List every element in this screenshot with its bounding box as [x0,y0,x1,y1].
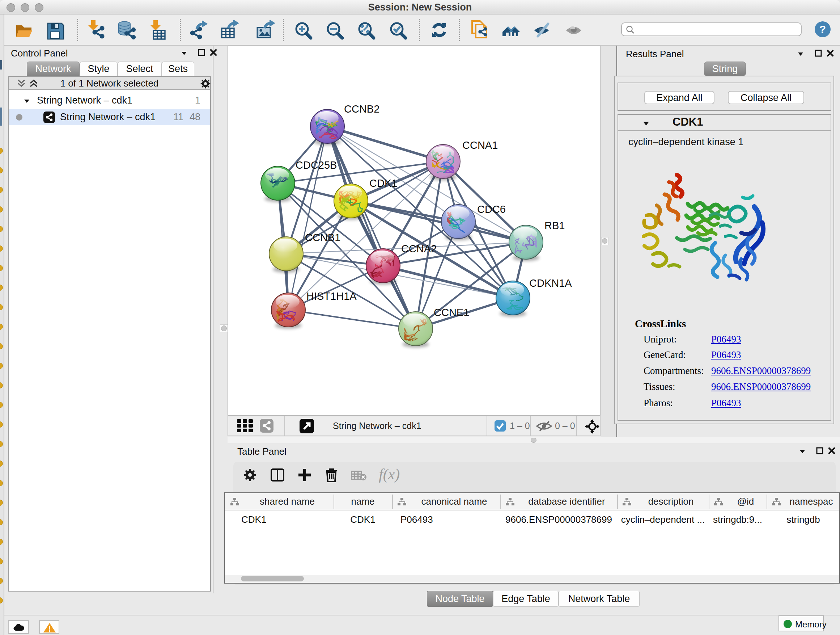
svg-text:HIST1H1A: HIST1H1A [306,290,357,302]
svg-text:CCNE1: CCNE1 [434,307,469,318]
svg-text:CDC6: CDC6 [477,203,506,215]
svg-text:CCNA1: CCNA1 [462,139,498,151]
svg-text:CCNA2: CCNA2 [401,243,437,255]
svg-text:CDC25B: CDC25B [295,159,337,171]
svg-text:RB1: RB1 [545,220,565,231]
svg-text:CDKN1A: CDKN1A [529,277,572,289]
svg-text:CDK1: CDK1 [369,177,397,189]
svg-text:CCNB2: CCNB2 [344,103,379,115]
svg-text:CCNB1: CCNB1 [305,232,340,243]
